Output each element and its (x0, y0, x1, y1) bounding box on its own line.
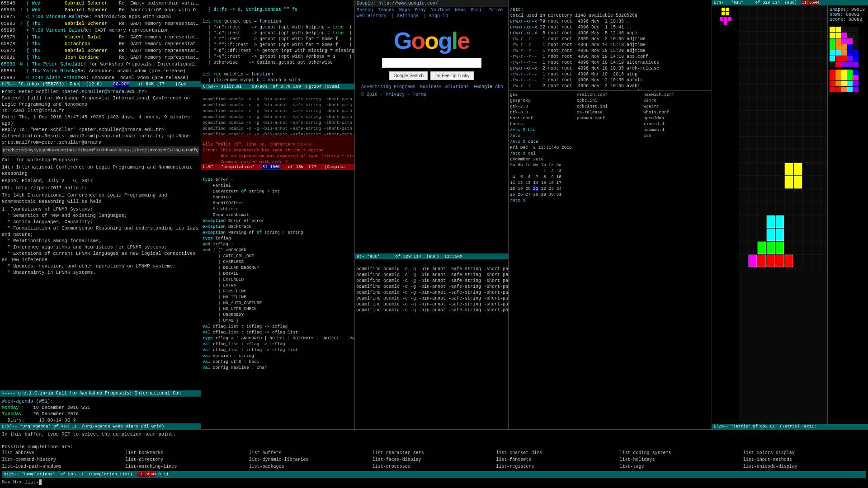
nav-link-search[interactable]: Search (357, 8, 373, 13)
google-business-link[interactable]: Business Solutions (420, 84, 469, 89)
files-drawing-panel: /etc: total used in directory 1140 avail… (509, 0, 712, 488)
email-row[interactable]: 65845 { Wed Gabriel Scherer Re: Empty po… (0, 0, 201, 7)
build-error: File "split.ml", line 38, characters 51-… (201, 135, 354, 164)
tetris-main: Shapes: 00013 Rows: 00001 Score: 00082 (712, 5, 868, 488)
tetris-preview-side (712, 5, 739, 488)
completion-grid: list-abbrevs list-bookmarks list-buffers… (2, 450, 866, 470)
email-row[interactable]: 65884 { Thu Yaron Minsky Re: Announce: o… (0, 68, 201, 75)
nav-link-more[interactable]: More > (508, 8, 508, 13)
email-row[interactable]: 65895 < 7:00 Vincent Balat Re: GADT memo… (0, 27, 201, 34)
email-row[interactable]: 65885 < 7:41 Alain Frisch Re: Announce: … (0, 75, 201, 81)
google-about-link[interactable]: About Google (495, 84, 504, 89)
terminal-line1: In this buffer, type RET to select the c… (2, 431, 866, 437)
nav-link-youtube[interactable]: YouTube (431, 8, 450, 13)
tetris-board[interactable] (739, 5, 827, 488)
email-status-bar: U:%-- *C.inbox (558761) [Gnus] (12 8) 80… (0, 81, 201, 87)
google-buttons: Google Search I'm Feeling Lucky (359, 71, 504, 80)
email-row[interactable]: 65875 { Thu Vincent Balat Re: GADT memor… (0, 34, 201, 41)
browser-nav-links: Search Images Maps Play YouTube News Gma… (355, 7, 508, 13)
browser-panel: Google: http://www.google.com/ Search Im… (355, 0, 509, 488)
nav-link-gmail[interactable]: Gmail (471, 8, 484, 13)
nav-link-drive[interactable]: Drive (489, 8, 503, 13)
email-content: From: Peter Schöller <peter.schuller@brn… (0, 87, 201, 390)
tetris-info-panel: Shapes: 00013 Rows: 00001 Score: 00082 (827, 5, 868, 488)
browser-sub-links: Web History | Settings | Sign in (355, 13, 508, 19)
browser-status: U:- *euu* of 329 L14 (euu) 11:35AM (355, 253, 508, 259)
privacy-link[interactable]: Privacy (386, 92, 405, 97)
agenda-divider-bar: ----- g.c.l.C.inria Call for Workshop Pr… (0, 390, 201, 396)
terminal-line2 (2, 437, 866, 444)
google-search-button[interactable]: Google Search (389, 71, 428, 80)
file-listing: /etc: total used in directory 1140 avail… (509, 0, 712, 90)
browser-url-bar[interactable]: Google: http://www.google.com/ (355, 0, 508, 7)
completions-status-bar: U:2%-- *Completions* of 505 L1 (Completi… (2, 471, 866, 478)
google-search-container (359, 58, 504, 68)
nav-link-maps[interactable]: Maps (399, 8, 410, 13)
tetris-status-bar: U:Z%-- *Tetris* of 682 L1 (Tetris) Tex11… (712, 424, 868, 429)
terms-link[interactable]: Terms (413, 92, 426, 97)
email-list: 65845 { Wed Gabriel Scherer Re: Empty po… (0, 0, 201, 81)
email-row[interactable]: 65879 { Thu Gabriel Scherer Re: GADT mem… (0, 47, 201, 54)
google-copyright: © 2016 - Privacy - Terms (359, 91, 504, 98)
nav-web-history[interactable]: Web History (357, 14, 387, 19)
nav-sign-in[interactable]: Sign in (429, 14, 448, 19)
terminal-prompt[interactable]: M-x M-x list- (2, 479, 866, 485)
tetris-top-status: U:%- *euu* of 329 L14 (euu) 11:35AM (712, 0, 868, 5)
tetris-panel: U:%- *euu* of 329 L14 (euu) 11:35AM (712, 0, 868, 488)
ocaml-build-output: ocamlfind ocamlc -c -g -bin-annot -safe-… (201, 89, 354, 135)
tetris-pieces-display (830, 27, 866, 92)
agenda-status-bar: U:%*-- *Org Agenda* of 453 L1 (Org-Agend… (0, 423, 201, 429)
email-row[interactable]: 65878 { Thu octachron Re: GADT memory re… (0, 41, 201, 47)
email-row[interactable]: 65875 < 7:00 Vincent Balat Re: Android/i… (0, 14, 201, 20)
google-search-input[interactable] (382, 58, 481, 68)
terminal-line3: Possible completions are: (2, 444, 866, 450)
nav-settings[interactable]: Settings (397, 14, 419, 19)
email-row[interactable]: 65885 ! { Thu Gabriel Scherer Re: GADT m… (0, 20, 201, 27)
google-page: Google Google Search I'm Feeling Lucky A… (355, 19, 508, 253)
google-ad-links: Advertising Programs Business Solutions … (359, 83, 504, 91)
nav-link-images[interactable]: Images (378, 8, 394, 13)
etc-contents: gss gssproxy gtk-2.0 gtk-3.0 host.conf h… (509, 90, 712, 210)
email-panel: 65845 { Wed Gabriel Scherer Re: Empty po… (0, 0, 201, 488)
nav-link-play[interactable]: Play (415, 8, 426, 13)
email-row[interactable]: 65883 N { Thu Peter Schöller [all] for W… (0, 61, 201, 68)
email-row[interactable]: 65881 { Thu Josh Berdine Re: GADT memory… (0, 54, 201, 61)
code-area-top[interactable]: | d::fs -> d, String.concat "" fs let re… (201, 0, 354, 84)
split-ml-status: U:%%-- split.ml 58-90% of 3.7k L59 Hg:23… (201, 84, 354, 89)
google-lucky-button[interactable]: I'm Feeling Lucky (430, 71, 474, 80)
browser-url: Google: http://www.google.com/ (357, 1, 438, 6)
main-screen: 65845 { Wed Gabriel Scherer Re: Empty po… (0, 0, 868, 488)
code-panel: | d::fs -> d, String.concat "" fs let re… (201, 0, 355, 488)
google-logo: Google (359, 27, 504, 54)
google-advertising-link[interactable]: Advertising Programs (361, 84, 415, 89)
nav-link-news[interactable]: News (455, 8, 466, 13)
compilation-status: U:%*-- *compilation* 81-100% of 18k L?? … (201, 164, 354, 170)
email-row[interactable]: 65866 ! { Wed Gabriel Scherer Re: Androi… (0, 7, 201, 14)
bottom-terminal: In this buffer, type RET to select the c… (0, 429, 868, 488)
